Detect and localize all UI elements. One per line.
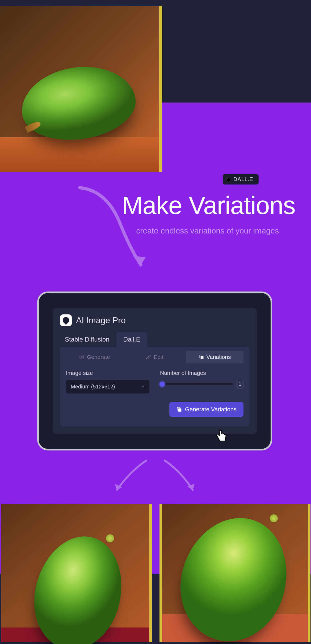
source-image-surface [0,137,159,172]
num-images-control: Number of Images 1 [160,370,243,393]
split-arrows-icon [98,458,210,498]
chevron-down-icon [141,385,145,389]
subtab-variations[interactable]: Variations [186,351,243,363]
mode-panel: Generate Edit Variations Image size Medi… [60,347,249,426]
headline-subtitle: create endless variations of your images… [114,225,303,236]
num-images-value[interactable]: 1 [237,380,243,388]
app-card: AI Image Pro Stable Diffusion Dall.E Gen… [37,292,272,450]
subtab-edit[interactable]: Edit [126,351,183,363]
subtab-edit-label: Edit [154,354,163,360]
generate-variations-button[interactable]: Generate Variations [169,402,243,417]
tab-stable-diffusion[interactable]: Stable Diffusion [58,332,116,347]
headline-block: Make Variations create endless variation… [114,193,303,236]
subtab-variations-label: Variations [207,354,231,360]
pencil-icon [146,354,151,360]
slider-thumb[interactable] [159,382,165,387]
svg-rect-2 [200,356,203,359]
result-left-stem [106,534,114,542]
result-right-stem [270,514,278,522]
image-size-value: Medium (512x512) [71,384,115,389]
copy-icon [199,354,204,360]
tab-dalle[interactable]: Dall.E [116,332,147,347]
image-size-select[interactable]: Medium (512x512) [66,380,149,393]
app-inner-panel: AI Image Pro Stable Diffusion Dall.E Gen… [53,308,257,434]
result-image-left [1,504,152,642]
result-left-fruit [23,527,133,644]
provider-badge-label: DALL.E [233,176,253,182]
headline-title: Make Variations [114,193,303,218]
app-title-row: AI Image Pro [60,314,249,326]
image-icon [79,354,85,360]
cursor-hand-icon [214,429,228,444]
source-image [0,6,162,172]
result-image-right [159,504,310,642]
svg-rect-3 [178,408,181,412]
generate-button-label: Generate Variations [185,406,237,413]
subtab-generate[interactable]: Generate [66,351,123,363]
app-title: AI Image Pro [76,315,126,325]
svg-point-1 [81,356,82,357]
num-images-slider[interactable] [160,383,233,385]
source-image-fruit [17,60,140,147]
provider-badge: DALL.E [223,174,259,184]
copy-icon [176,407,182,412]
subtab-generate-label: Generate [87,354,110,360]
mode-subtabs: Generate Edit Variations [66,347,243,368]
num-images-label: Number of Images [160,370,243,376]
image-size-control: Image size Medium (512x512) [66,370,149,393]
app-logo-icon [60,314,72,326]
num-images-slider-row: 1 [160,380,243,388]
model-tabs: Stable Diffusion Dall.E [58,332,249,347]
controls-row: Image size Medium (512x512) Number of Im… [66,370,243,393]
image-size-label: Image size [66,370,149,376]
